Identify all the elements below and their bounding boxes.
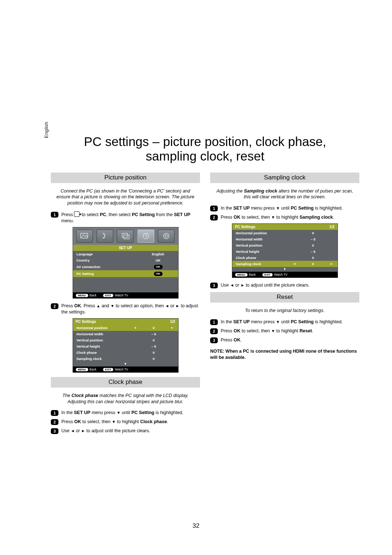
section-sampling-clock: Sampling clock bbox=[210, 173, 359, 183]
left-arrow-icon bbox=[71, 428, 75, 434]
down-arrow-icon bbox=[112, 419, 116, 425]
reset-step-2: 2 Press OK to select, then to highlight … bbox=[210, 328, 359, 334]
left-arrow-icon bbox=[165, 303, 169, 309]
step-number-icon: 3 bbox=[210, 283, 218, 288]
page-number: 32 bbox=[0, 522, 392, 530]
step-number-icon: 2 bbox=[210, 328, 218, 334]
reset-step-3: 3 Press OK. bbox=[210, 337, 359, 343]
svg-rect-2 bbox=[124, 235, 129, 239]
step-number-icon: 2 bbox=[210, 215, 218, 220]
right-arrow-icon bbox=[241, 283, 245, 288]
svg-point-5 bbox=[165, 235, 168, 238]
hdmi-note: NOTE: When a PC is connected using HDMI … bbox=[210, 348, 359, 361]
section-picture-position: Picture position bbox=[51, 173, 200, 183]
clock-phase-step-3: 3 Use or to adjust until the picture cle… bbox=[51, 428, 200, 434]
tab-sound-icon bbox=[97, 230, 113, 243]
down-arrow-icon bbox=[271, 215, 275, 220]
osd-setup-title: SET UP bbox=[119, 246, 132, 250]
sampling-clock-step-3: 3 Use or to adjust until the picture cle… bbox=[210, 282, 359, 288]
sampling-clock-intro: Adjusting the Sampling clock alters the … bbox=[213, 188, 356, 200]
section-clock-phase: Clock phase bbox=[51, 377, 200, 388]
input-select-icon bbox=[74, 211, 79, 217]
clock-phase-intro: The Clock phase matches the PC signal wi… bbox=[54, 393, 197, 405]
reset-step-1: 1 In the SET UP menu press until PC Sett… bbox=[210, 319, 359, 325]
down-arrow-icon bbox=[117, 410, 121, 416]
osd-setup-screenshot: SET UP LanguageEnglish CountryUK AV conn… bbox=[73, 227, 179, 299]
step-number-icon: 1 bbox=[51, 410, 58, 416]
picture-position-intro: Connect the PC (as shown in the 'Connect… bbox=[54, 188, 197, 207]
tab-digital-icon bbox=[158, 230, 175, 243]
right-arrow-icon bbox=[176, 303, 180, 309]
up-arrow-icon bbox=[97, 303, 101, 309]
step-number-icon: 1 bbox=[51, 212, 58, 218]
clock-phase-step-2: 2 Press OK to select, then to highlight … bbox=[51, 419, 200, 425]
osd-pcsettings-hp: PC Settings1/2 Horizontal position◄0► Ho… bbox=[73, 318, 179, 373]
tab-picture-icon bbox=[76, 230, 93, 243]
down-arrow-icon bbox=[276, 319, 280, 325]
svg-rect-1 bbox=[122, 233, 128, 237]
reset-intro: To return to the original factory settin… bbox=[213, 308, 356, 314]
picture-position-step-1: 1 Press to select PC, then select PC Set… bbox=[51, 211, 200, 224]
svg-point-4 bbox=[164, 233, 169, 239]
down-arrow-icon bbox=[110, 303, 114, 309]
down-arrow-icon bbox=[276, 206, 280, 211]
step-number-icon: 3 bbox=[210, 337, 218, 343]
page-title: PC settings – picture position, clock ph… bbox=[51, 134, 359, 164]
left-arrow-icon bbox=[230, 283, 234, 288]
down-arrow-icon bbox=[271, 328, 275, 334]
step-number-icon: 2 bbox=[51, 419, 58, 425]
language-tab: English bbox=[44, 122, 49, 138]
step-number-icon: 2 bbox=[51, 303, 58, 309]
clock-phase-step-1: 1 In the SET UP menu press until PC Sett… bbox=[51, 410, 200, 416]
tab-feature-icon bbox=[117, 230, 134, 243]
section-reset: Reset bbox=[210, 292, 359, 303]
step-number-icon: 1 bbox=[210, 319, 218, 325]
sampling-clock-step-1: 1 In the SET UP menu press until PC Sett… bbox=[210, 205, 359, 211]
tab-setup-icon bbox=[138, 230, 154, 243]
step-number-icon: 3 bbox=[51, 428, 58, 434]
step-number-icon: 1 bbox=[210, 206, 218, 211]
osd-pcsettings-sampling: PC Settings1/2 Horizontal position0 Hori… bbox=[232, 223, 338, 278]
sampling-clock-step-2: 2 Press OK to select, then to highlight … bbox=[210, 214, 359, 220]
right-arrow-icon bbox=[81, 428, 85, 434]
picture-position-step-2: 2 Press OK. Press and to select an optio… bbox=[51, 303, 200, 315]
